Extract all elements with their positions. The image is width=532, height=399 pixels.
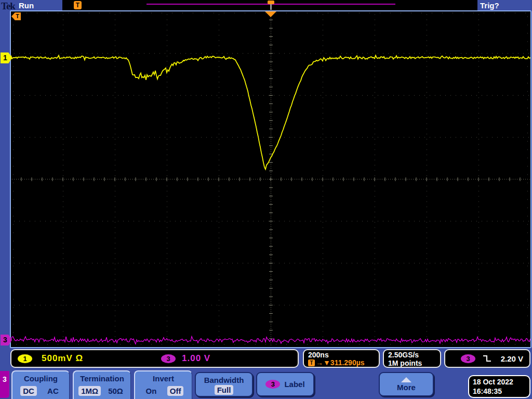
coupling-title: Coupling (12, 374, 69, 383)
termination-option-1m[interactable]: 1MΩ (78, 386, 101, 396)
up-arrow-icon (401, 377, 411, 382)
menu-channel-tab[interactable]: 3 (0, 371, 9, 398)
graticule (11, 11, 530, 347)
channel3-scale-readout: 1.00 V (182, 353, 210, 364)
channel3-badge: 3 (161, 354, 176, 363)
coupling-button[interactable]: Coupling DC AC (11, 370, 70, 399)
date-text: 18 Oct 2022 (473, 377, 529, 387)
bandwidth-option-full[interactable]: Full (215, 385, 234, 395)
trigger-position-icon[interactable] (268, 1, 274, 4)
bandwidth-button[interactable]: Bandwidth Full (195, 372, 253, 397)
trigger-source-badge: 3 (461, 354, 475, 363)
coupling-option-dc[interactable]: DC (20, 386, 37, 396)
trigger-t-icon-small: T (308, 360, 315, 366)
label-channel-badge: 3 (265, 380, 280, 389)
trigger-point-icon[interactable] (265, 11, 276, 17)
invert-option-on[interactable]: On (143, 386, 159, 396)
more-button[interactable]: More (379, 372, 434, 396)
termination-option-50[interactable]: 50Ω (105, 386, 126, 396)
datetime-display: 18 Oct 2022 16:48:35 (468, 375, 530, 398)
record-view-strip: T (62, 0, 477, 10)
termination-title: Termination (74, 374, 130, 383)
record-length-readout: 1M points (388, 359, 440, 367)
trigger-delay-readout: →▼311.290µs (316, 359, 365, 367)
channel-readout-box: 1 500mV Ω 3 1.00 V (10, 349, 299, 368)
sample-rate-readout: 2.50GS/s (388, 351, 440, 359)
trigger-position-stem (270, 4, 272, 10)
falling-edge-icon (483, 354, 492, 363)
invert-option-off[interactable]: Off (167, 386, 184, 396)
trigger-status: Trig? (480, 1, 499, 10)
timebase-readout: 200ns (308, 351, 379, 359)
label-button[interactable]: 3 Label (256, 372, 314, 396)
acquisition-readout-box: 2.50GS/s 1M points (383, 349, 441, 368)
label-button-text: Label (284, 380, 304, 389)
waveform-display (11, 11, 530, 347)
time-text: 16:48:35 (473, 387, 529, 396)
more-button-text: More (397, 383, 416, 392)
bandwidth-title: Bandwidth (196, 376, 252, 384)
trigger-readout-box: 3 2.20 V (444, 349, 530, 368)
invert-title: Invert (135, 374, 192, 383)
horizontal-readout-box: 200ns T →▼311.290µs (303, 349, 380, 368)
invert-button[interactable]: Invert On Off (134, 370, 192, 399)
trigger-level-readout: 2.20 V (501, 354, 523, 363)
grid-center-lines (12, 12, 530, 345)
acquisition-status: Run (19, 1, 34, 10)
termination-button[interactable]: Termination 1MΩ 50Ω (73, 370, 131, 399)
trigger-t-icon: T (74, 1, 82, 9)
coupling-option-ac[interactable]: AC (45, 386, 61, 396)
channel1-scale-readout: 500mV Ω (42, 353, 83, 364)
oscilloscope-screen: Tek Run T Trig? T 1 3 1 500mV Ω 3 1.00 V… (0, 0, 532, 399)
channel1-badge: 1 (18, 354, 32, 363)
